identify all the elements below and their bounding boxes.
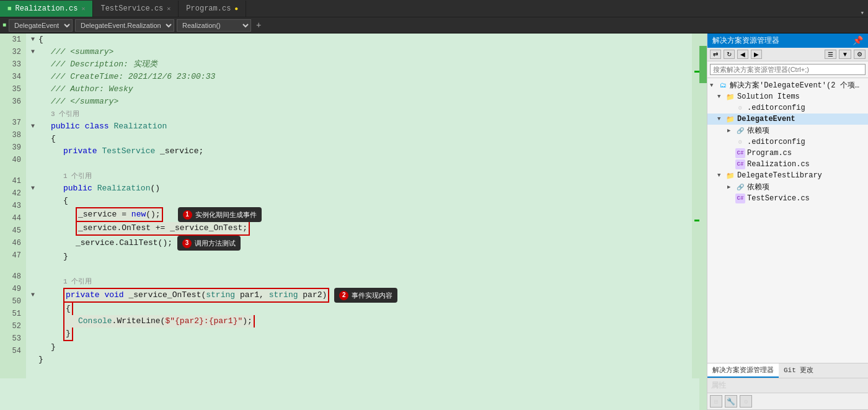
line-numbers: 31 32 33 34 35 36 37 38 39 40 41 42 43 4… (0, 33, 26, 378)
collapse-32[interactable]: ▼ (29, 48, 37, 56)
class-dropdown[interactable]: DelegateEvent.Realization (75, 19, 174, 32)
collapse-48[interactable]: ▼ (29, 291, 37, 300)
sync-btn[interactable]: ⇄ (710, 50, 721, 59)
code-line-51: } (29, 328, 692, 341)
code-line-42: { (29, 195, 692, 207)
sidebar-title: 解决方案资源管理器 (712, 35, 779, 46)
tree-deps-1[interactable]: ▶ 🔗 依赖项 (707, 125, 868, 136)
folder-icon-1: 📁 (725, 92, 735, 102)
method-dropdown[interactable]: Realization() (177, 19, 251, 32)
refresh-btn[interactable]: ↻ (724, 50, 735, 59)
code-line-54 (29, 366, 692, 378)
editorconfig-icon-1: ⚙ (735, 103, 745, 113)
tab-close[interactable]: ✕ (81, 5, 85, 12)
cs-icon-2: C# (735, 159, 745, 169)
tree-solution-root[interactable]: ▼ 🗂 解决方案'DelegateEvent'(2 个项目，共 2 个 (707, 79, 868, 91)
search-input[interactable] (710, 64, 866, 75)
annotation-3: 3 调用方法测试 (177, 236, 241, 251)
prop-btn-2[interactable]: 🔧 (725, 395, 737, 408)
deps-arrow-2: ▶ (727, 184, 733, 190)
code-line-37: ▼ public class Realization (29, 120, 692, 133)
editorconfig-label-1: .editorconfig (747, 104, 805, 112)
code-content: ▼ { ▼ /// <summary> /// Description: 实现类 (26, 33, 692, 378)
deps-label-1: 依赖项 (747, 125, 769, 136)
code-line-40 (29, 158, 692, 170)
solution-label: 解决方案'DelegateEvent'(2 个项目，共 2 个 (730, 80, 866, 91)
properties-label: 属性 (711, 381, 726, 390)
tree-solution-items[interactable]: ▼ 📁 Solution Items (707, 91, 868, 102)
back-btn[interactable]: ◀ (737, 50, 748, 59)
redbox-6: } (63, 328, 73, 341)
tab-close[interactable]: ✕ (167, 5, 170, 12)
sidebar-search (707, 61, 868, 78)
forward-btn[interactable]: ▶ (751, 50, 762, 59)
code-line-33: /// Description: 实现类 (29, 58, 692, 71)
cs-icon-1: C# (735, 148, 745, 158)
code-line-52: } (29, 341, 692, 354)
tree-delegateevent[interactable]: ▼ 📁 DelegateEvent (707, 114, 868, 125)
settings-btn[interactable]: ⚙ (854, 50, 866, 59)
program-label: Program.cs (747, 149, 792, 158)
annotation-2: 2 事件实现内容 (334, 288, 397, 303)
meta-1ref-2: 1 个引用 (29, 275, 692, 288)
code-line-50: Console.WriteLine($"{par2}:{par1}"); (29, 315, 692, 328)
collapse-37[interactable]: ▼ (29, 122, 37, 131)
tab-testservice[interactable]: TestService.cs ✕ (93, 1, 179, 17)
code-line-44: _service.OnTest += _service_OnTest; (29, 222, 692, 236)
tree-dtl[interactable]: ▼ 📁 DelegateTestLibrary (707, 170, 868, 181)
deps-icon-1: 🔗 (735, 126, 745, 136)
code-area: 31 32 33 34 35 36 37 38 39 40 41 42 43 4… (0, 33, 699, 378)
solution-items-label: Solution Items (737, 92, 800, 101)
sidebar-pin[interactable]: 📌 (852, 35, 863, 46)
redbox-1: _service = new(); (76, 207, 163, 222)
tab-icon: ■ (7, 5, 12, 12)
sidebar: 解决方案资源管理器 📌 ⇄ ↻ ◀ ▶ ☰ ▼ ⚙ ▼ 🗂 解决方案'Deleg… (707, 33, 868, 410)
code-line-36: /// </summary> (29, 96, 692, 108)
new-solution-btn[interactable]: ☰ (825, 50, 836, 59)
tree-program[interactable]: C# Program.cs (707, 148, 868, 159)
namespace-dropdown[interactable]: DelegateEvent (9, 19, 73, 32)
collapse-31[interactable]: ▼ (29, 35, 37, 44)
overflow-tabs-btn[interactable]: ▾ (856, 9, 868, 17)
tree-testservice[interactable]: C# TestService.cs (707, 193, 868, 204)
tree-editorconfig-1[interactable]: ⚙ .editorconfig (707, 102, 868, 114)
code-line-31: ▼ { (29, 33, 692, 46)
redbox-5: Console.WriteLine($"{par2}:{par1}"); (63, 315, 255, 328)
vertical-scrollbar[interactable] (699, 33, 707, 410)
tab-realization[interactable]: ■ Realization.cs ✕ (0, 1, 93, 17)
code-line-48: ▼ private void _service_OnTest(string pa… (29, 288, 692, 303)
de-arrow: ▼ (717, 116, 724, 122)
tab-git-changes[interactable]: Git 更改 (779, 363, 818, 378)
tab-label: TestService.cs (100, 4, 163, 13)
tree-realization[interactable]: C# Realization.cs (707, 159, 868, 170)
code-scroll[interactable]: 31 32 33 34 35 36 37 38 39 40 41 42 43 4… (0, 33, 699, 410)
prop-btn-3[interactable]: ⚙ (740, 395, 752, 408)
tab-label: Program.cs (186, 4, 231, 13)
tab-program[interactable]: Program.cs (179, 1, 246, 17)
testservice-label: TestService.cs (747, 194, 810, 203)
properties-header: 属性 (707, 378, 868, 393)
redbox-3: private void _service_OnTest(string par1… (63, 288, 329, 303)
collapse-41[interactable]: ▼ (29, 184, 37, 193)
code-line-47 (29, 263, 692, 275)
tab-close[interactable] (234, 6, 238, 12)
code-line-45: _service.CallTest(); 3 调用方法测试 (29, 236, 692, 251)
realization-label: Realization.cs (747, 160, 810, 169)
deps-icon-2: 🔗 (735, 182, 745, 192)
tree-deps-2[interactable]: ▶ 🔗 依赖项 (707, 181, 868, 193)
add-button[interactable]: + (256, 20, 261, 30)
de-icon: 📁 (725, 114, 735, 124)
prop-btn-1[interactable]: ⊞ (710, 395, 722, 408)
editorconfig-label-2: .editorconfig (747, 138, 805, 146)
code-line-34: /// CreateTime: 2021/12/6 23:00:33 (29, 71, 692, 83)
tab-bar: ■ Realization.cs ✕ TestService.cs ✕ Prog… (0, 0, 868, 17)
properties-toolbar: ⊞ 🔧 ⚙ (707, 393, 868, 410)
annotation-1: 1 实例化期间生成事件 (178, 207, 262, 222)
badge-1: 1 (183, 210, 192, 220)
filter-btn[interactable]: ▼ (839, 50, 851, 59)
margin-indicators (692, 33, 699, 378)
scroll-thumb[interactable] (699, 46, 707, 83)
tab-solution-explorer[interactable]: 解决方案资源管理器 (707, 363, 779, 378)
tree-editorconfig-2[interactable]: ⚙ .editorconfig (707, 136, 868, 148)
code-line-46: } (29, 251, 692, 263)
